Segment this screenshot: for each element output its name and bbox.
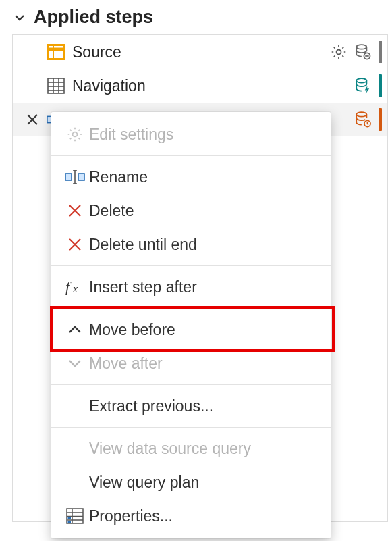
step-context-menu: Edit settings Rename Delete: [51, 112, 331, 538]
menu-label: Move after: [89, 355, 163, 373]
menu-label: Properties...: [89, 507, 173, 525]
menu-label: Rename: [89, 168, 148, 186]
svg-rect-5: [54, 51, 63, 58]
menu-separator: [51, 427, 331, 428]
menu-separator: [51, 308, 331, 309]
chevron-down-icon: [61, 357, 89, 370]
svg-point-23: [356, 112, 366, 117]
svg-rect-4: [49, 51, 53, 58]
table-source-icon: [47, 43, 65, 61]
delete-step-button[interactable]: [18, 113, 47, 126]
svg-point-16: [356, 78, 366, 83]
step-row-source[interactable]: Source: [13, 35, 387, 69]
menu-delete-until-end[interactable]: Delete until end: [51, 228, 331, 261]
table-icon: [47, 77, 65, 95]
svg-rect-2: [49, 46, 53, 48]
menu-rename[interactable]: Rename: [51, 160, 331, 194]
svg-point-7: [356, 45, 366, 49]
menu-label: Edit settings: [89, 126, 173, 144]
menu-edit-settings: Edit settings: [51, 118, 331, 151]
menu-label: View query plan: [89, 473, 199, 492]
spacer: [329, 109, 349, 130]
step-label: Navigation: [72, 77, 329, 95]
menu-label: Insert step after: [89, 278, 197, 297]
menu-label: Delete: [89, 202, 134, 220]
close-icon: [61, 237, 89, 252]
step-row-navigation[interactable]: Navigation: [13, 69, 387, 103]
menu-separator: [51, 265, 331, 266]
svg-rect-41: [68, 521, 72, 523]
menu-view-data-source-query: View data source query: [51, 432, 331, 465]
step-marker: [379, 41, 382, 63]
applied-steps-header[interactable]: Applied steps: [12, 4, 388, 34]
close-icon: [61, 203, 89, 218]
menu-move-before[interactable]: Move before: [51, 313, 331, 346]
svg-point-6: [337, 50, 341, 55]
menu-extract-previous[interactable]: Extract previous...: [51, 389, 331, 423]
menu-separator: [51, 384, 331, 385]
menu-properties[interactable]: Properties...: [51, 499, 331, 533]
database-clock-icon: [353, 109, 373, 130]
menu-label: Move before: [89, 321, 175, 339]
menu-move-after: Move after: [51, 346, 331, 380]
svg-rect-40: [68, 517, 72, 519]
menu-separator: [51, 155, 331, 156]
rename-icon: [61, 170, 89, 184]
svg-text:x: x: [72, 283, 78, 294]
step-marker: [379, 74, 382, 97]
svg-text:f: f: [65, 279, 72, 295]
applied-steps-title: Applied steps: [34, 7, 153, 28]
step-settings-button[interactable]: [329, 42, 349, 62]
menu-view-query-plan[interactable]: View query plan: [51, 465, 331, 499]
svg-point-25: [73, 132, 78, 137]
svg-rect-27: [78, 174, 84, 180]
svg-rect-26: [65, 174, 72, 180]
menu-label: Delete until end: [89, 236, 197, 254]
step-label: Source: [72, 43, 329, 61]
spacer: [329, 76, 349, 96]
database-remove-icon: [353, 42, 373, 62]
svg-marker-17: [365, 86, 370, 94]
gear-icon: [61, 126, 89, 143]
chevron-down-icon: [12, 10, 27, 25]
menu-label: View data source query: [89, 440, 251, 458]
chevron-up-icon: [61, 323, 89, 336]
menu-label: Extract previous...: [89, 397, 213, 415]
svg-rect-3: [54, 46, 63, 48]
step-marker: [379, 108, 382, 131]
fx-icon: f x: [61, 279, 89, 295]
database-bolt-icon: [353, 76, 373, 96]
properties-icon: [61, 508, 89, 524]
menu-delete[interactable]: Delete: [51, 194, 331, 228]
menu-insert-step-after[interactable]: f x Insert step after: [51, 270, 331, 304]
